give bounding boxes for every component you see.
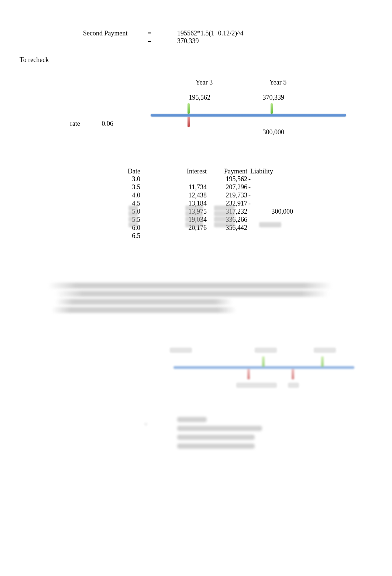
cell-payment: 207,296 [207, 183, 247, 191]
table-row: 3.5 11,734 207,296 - [103, 183, 392, 192]
obscured-rows [122, 205, 292, 228]
cell-interest: 12,438 [140, 192, 207, 199]
table-header: Date Interest Payment Liability [103, 168, 392, 175]
cell-dash: - [247, 183, 252, 191]
equals-sign-1: = [137, 30, 162, 37]
equals-sign-2: = [137, 37, 162, 45]
spacer [83, 37, 137, 45]
rate-label: rate [51, 120, 80, 128]
year-5-label: Year 5 [241, 79, 315, 86]
cell-date: 3.0 [103, 175, 140, 183]
timeline-marker-up-2 [271, 103, 273, 114]
timeline-marker-up-1 [188, 103, 190, 114]
second-payment-formula: 195562*1.5(1+0.12/2)^4 [162, 30, 255, 37]
cell-dash: - [247, 192, 252, 199]
second-payment-label: Second Payment [83, 30, 137, 37]
rate-value: 0.06 [80, 120, 124, 128]
second-payment-result: 370,339 [162, 37, 255, 45]
cell-date: 3.5 [103, 183, 140, 191]
col-header-date: Date [103, 168, 140, 175]
obscured-equations [177, 413, 306, 452]
col-header-interest: Interest [140, 168, 207, 175]
table-row: 4.0 12,438 219,733 - [103, 192, 392, 200]
col-header-payment: Payment [207, 168, 247, 175]
below-timeline-value: 300,000 [251, 128, 284, 136]
cell-dash: - [247, 175, 252, 183]
obscured-paragraph [48, 280, 343, 315]
timeline-bar [151, 114, 346, 117]
table-row: 3.0 195,562 - [103, 175, 392, 183]
to-recheck-label: To recheck [20, 56, 392, 64]
cell-payment: 195,562 [207, 175, 247, 183]
col-header-liability: Liability [247, 168, 288, 175]
obscured-equals: = [144, 421, 148, 428]
cell-payment: 219,733 [207, 192, 247, 199]
table-row: 6.5 [103, 232, 392, 240]
cell-date: 4.0 [103, 192, 140, 199]
obscured-timeline [173, 348, 354, 388]
cell-date: 6.5 [103, 232, 140, 240]
cell-interest: 11,734 [140, 183, 207, 191]
year-3-label: Year 3 [167, 79, 241, 86]
timeline-diagram [151, 97, 346, 134]
timeline-marker-down-1 [188, 117, 190, 127]
